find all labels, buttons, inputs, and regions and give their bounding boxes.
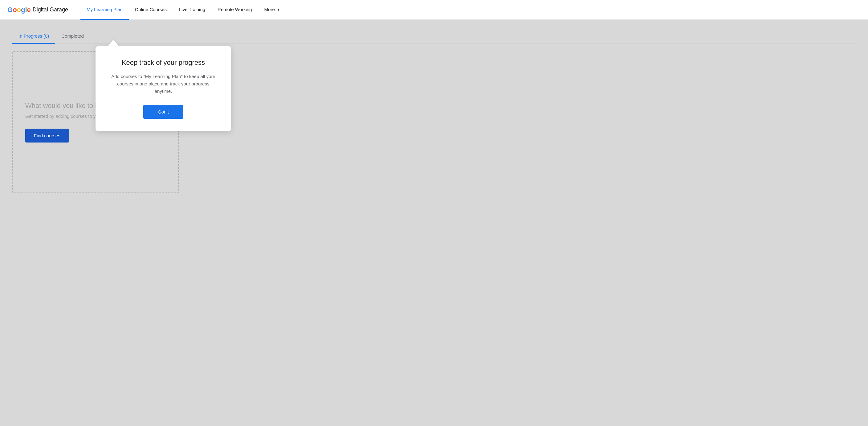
main-content: In Progress (0) Completed What would you… [0, 20, 868, 202]
google-letter-g2: g [21, 6, 25, 14]
popover-arrow [108, 39, 119, 46]
popover-container: Keep track of your progress Add courses … [95, 39, 231, 131]
got-it-button[interactable]: Got it [143, 105, 183, 119]
google-letter-e: e [27, 6, 31, 14]
google-letter-g: G [7, 6, 12, 14]
google-letter-o2: o [17, 6, 21, 14]
nav-links: My Learning Plan Online Courses Live Tra… [81, 0, 286, 20]
tab-completed[interactable]: Completed [55, 29, 90, 44]
google-logo: Google [7, 6, 31, 14]
popover-title: Keep track of your progress [110, 59, 216, 67]
navbar: Google Digital Garage My Learning Plan O… [0, 0, 868, 20]
chevron-down-icon: ▼ [277, 7, 280, 12]
google-letter-o1: o [12, 6, 17, 14]
nav-item-live-training[interactable]: Live Training [173, 0, 211, 20]
find-courses-button[interactable]: Find courses [25, 129, 69, 143]
nav-item-more[interactable]: More ▼ [258, 0, 286, 20]
brand-name: Digital Garage [33, 6, 68, 13]
nav-item-online-courses[interactable]: Online Courses [129, 0, 173, 20]
nav-item-remote-working[interactable]: Remote Working [211, 0, 258, 20]
logo-area: Google Digital Garage [7, 6, 68, 14]
popover-box: Keep track of your progress Add courses … [95, 46, 231, 131]
nav-item-my-learning-plan[interactable]: My Learning Plan [81, 0, 129, 20]
tab-in-progress[interactable]: In Progress (0) [12, 29, 55, 44]
popover-body: Add courses to "My Learning Plan" to kee… [110, 73, 216, 95]
